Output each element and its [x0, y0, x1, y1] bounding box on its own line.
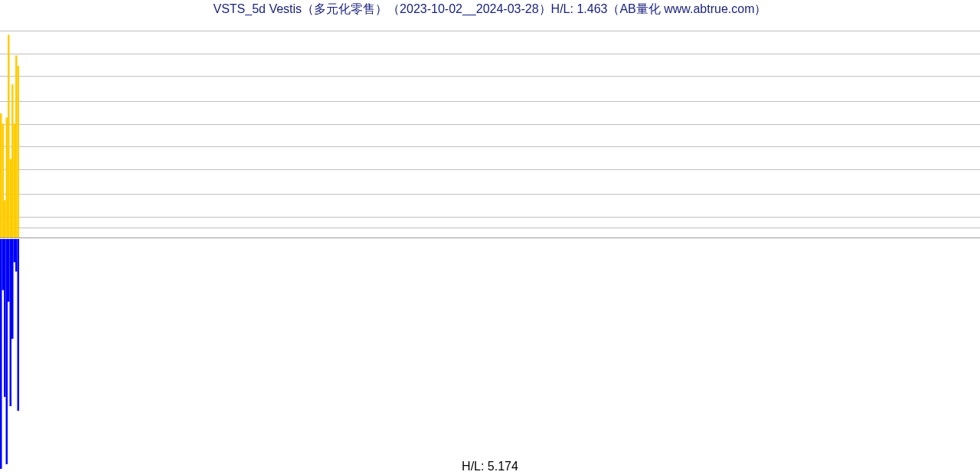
upper-bar — [4, 200, 6, 238]
upper-bar — [15, 55, 18, 238]
lower-bar — [6, 239, 8, 464]
upper-bar — [10, 159, 12, 238]
upper-bar — [2, 124, 5, 238]
upper-bar — [8, 34, 10, 238]
lower-bar — [4, 239, 6, 397]
lower-bar — [10, 239, 12, 406]
lower-bar — [18, 239, 20, 411]
upper-bar — [6, 117, 8, 238]
lower-bar — [14, 239, 16, 262]
chart-container: VSTS_5d Vestis（多元化零售）（2023-10-02__2024-0… — [0, 0, 980, 475]
upper-bar — [0, 113, 2, 238]
lower-bar — [8, 239, 10, 302]
upper-bar — [18, 66, 20, 238]
lower-bar — [15, 239, 18, 271]
upper-bar — [14, 124, 16, 238]
chart-title: VSTS_5d Vestis（多元化零售）（2023-10-02__2024-0… — [0, 2, 980, 18]
upper-bar — [11, 84, 14, 238]
lower-bar — [2, 239, 5, 290]
lower-bar — [11, 239, 14, 339]
chart-plot — [0, 19, 980, 471]
chart-footer: H/L: 5.174 — [0, 460, 980, 473]
lower-bar — [0, 239, 2, 469]
